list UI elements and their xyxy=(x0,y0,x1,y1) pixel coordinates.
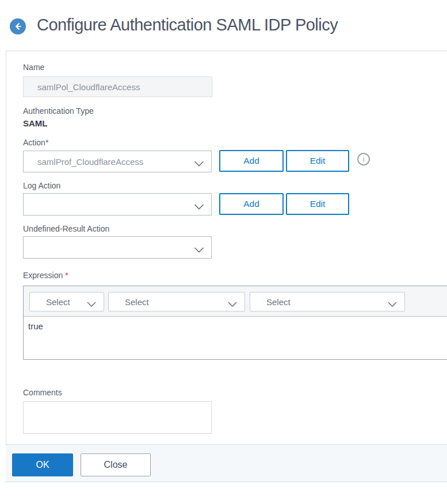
ok-button[interactable]: OK xyxy=(12,453,73,476)
comments-input[interactable] xyxy=(23,401,212,434)
chevron-down-icon xyxy=(228,299,237,309)
action-add-button[interactable]: Add xyxy=(219,150,284,172)
log-action-label: Log Action xyxy=(23,181,60,190)
action-dropdown-value: samlProf_CloudflareAccess xyxy=(37,157,143,167)
undefined-result-action-dropdown[interactable] xyxy=(23,236,212,259)
action-add-label: Add xyxy=(243,156,259,166)
expression-toolbar: Select Select Select xyxy=(24,286,447,317)
chevron-down-icon xyxy=(194,245,204,255)
expression-builder: Select Select Select true xyxy=(23,286,447,360)
log-action-edit-button[interactable]: Edit xyxy=(286,193,349,215)
back-button[interactable] xyxy=(10,18,26,34)
expression-select-1[interactable]: Select xyxy=(29,292,104,311)
expression-label-text: Expression xyxy=(23,271,63,280)
action-edit-button[interactable]: Edit xyxy=(286,150,349,172)
page-title: Configure Authentication SAML IDP Policy xyxy=(37,16,338,34)
expression-select-2-value: Select xyxy=(125,297,149,307)
comments-label: Comments xyxy=(23,388,62,397)
chevron-down-icon xyxy=(87,299,96,309)
expression-select-1-value: Select xyxy=(46,297,70,307)
chevron-down-icon xyxy=(194,159,204,168)
chevron-down-icon xyxy=(388,299,397,309)
action-dropdown[interactable]: samlProf_CloudflareAccess xyxy=(23,151,212,172)
expression-select-3[interactable]: Select xyxy=(250,292,405,311)
expression-select-2[interactable]: Select xyxy=(108,292,245,311)
expression-required-mark: * xyxy=(65,271,68,280)
expression-select-3-value: Select xyxy=(266,297,291,307)
expression-input[interactable]: true xyxy=(24,317,447,359)
close-button-label: Close xyxy=(104,460,128,470)
chevron-down-icon xyxy=(194,202,204,211)
log-action-add-button[interactable]: Add xyxy=(219,193,284,215)
info-icon[interactable]: i xyxy=(357,153,370,166)
log-action-add-label: Add xyxy=(243,199,259,209)
name-label: Name xyxy=(23,63,44,72)
action-edit-label: Edit xyxy=(310,156,326,166)
ok-button-label: OK xyxy=(36,460,49,470)
authentication-type-value: SAML xyxy=(23,118,48,128)
log-action-dropdown[interactable] xyxy=(23,193,212,216)
action-label: Action* xyxy=(23,138,48,147)
undefined-result-action-label: Undefined-Result Action xyxy=(23,224,109,233)
close-button[interactable]: Close xyxy=(81,453,151,476)
authentication-type-label: Authentication Type xyxy=(23,106,94,116)
log-action-edit-label: Edit xyxy=(310,199,326,209)
arrow-left-icon xyxy=(13,22,22,31)
expression-label: Expression * xyxy=(23,271,68,280)
name-input[interactable] xyxy=(23,76,212,97)
